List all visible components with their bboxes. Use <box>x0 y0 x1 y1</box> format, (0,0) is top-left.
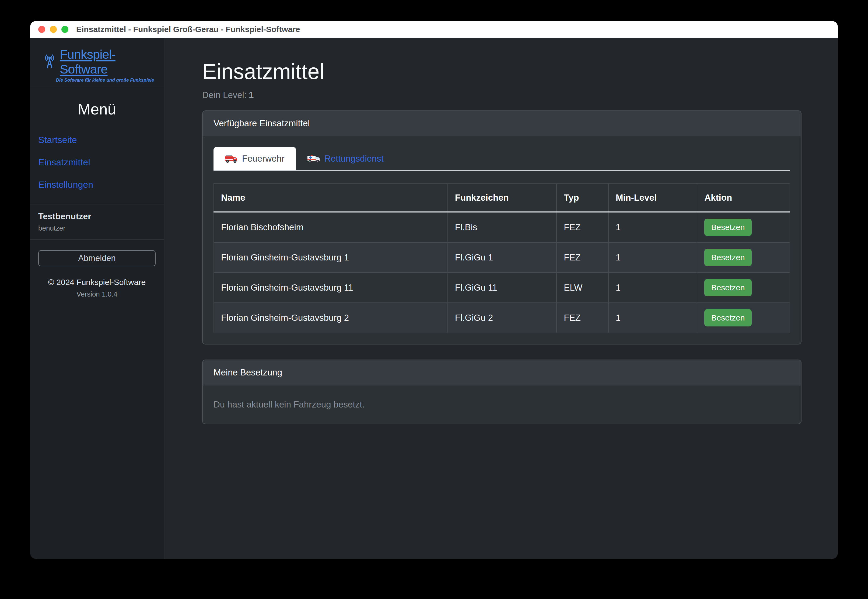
version: Version 1.0.4 <box>30 290 164 298</box>
page-title: Einsatzmittel <box>202 61 802 83</box>
logo-link[interactable]: Funkspiel-Software Die Software für klei… <box>42 47 154 83</box>
column-header-aktion: Aktion <box>697 184 790 212</box>
resources-table-wrap: Name Funkzeichen Typ Min-Level Aktion Fl… <box>213 184 790 333</box>
available-card: Verfügbare Einsatzmittel <box>202 110 802 345</box>
table-row: Florian Bischofsheim Fl.Bis FEZ 1 Besetz… <box>214 212 790 242</box>
level-line: Dein Level:1 <box>202 90 802 100</box>
besetzen-button[interactable]: Besetzen <box>704 279 751 296</box>
cell-funkzeichen: Fl.GiGu 1 <box>448 242 557 272</box>
cell-funkzeichen: Fl.GiGu 2 <box>448 303 557 333</box>
tab-feuerwehr-label: Feuerwehr <box>242 154 285 164</box>
ambulance-icon <box>307 154 320 164</box>
logo-block: Funkspiel-Software Die Software für klei… <box>30 38 164 88</box>
table-header-row: Name Funkzeichen Typ Min-Level Aktion <box>214 184 790 212</box>
available-card-header: Verfügbare Einsatzmittel <box>203 111 801 136</box>
logout-button[interactable]: Abmelden <box>38 250 156 266</box>
column-header-name: Name <box>214 184 448 212</box>
cell-min-level: 1 <box>608 272 697 303</box>
sidebar-item-einstellungen[interactable]: Einstellungen <box>30 173 164 196</box>
cell-aktion: Besetzen <box>697 272 790 303</box>
logo-tagline: Die Software für kleine und große Funksp… <box>42 78 154 83</box>
sidebar-item-einsatzmittel[interactable]: Einsatzmittel <box>30 151 164 173</box>
cell-min-level: 1 <box>608 242 697 272</box>
besetzen-button[interactable]: Besetzen <box>704 249 751 266</box>
column-header-min-level: Min-Level <box>608 184 697 212</box>
table-row: Florian Ginsheim-Gustavsburg 11 Fl.GiGu … <box>214 272 790 303</box>
main-content: Einsatzmittel Dein Level:1 Verfügbare Ei… <box>164 38 838 559</box>
available-card-body: Feuerwehr <box>203 136 801 344</box>
zoom-button[interactable] <box>62 26 68 33</box>
sidebar: Funkspiel-Software Die Software für klei… <box>30 38 164 559</box>
column-header-funkzeichen: Funkzeichen <box>448 184 557 212</box>
window-title: Einsatzmittel - Funkspiel Groß-Gerau - F… <box>76 25 300 34</box>
sidebar-menu: Startseite Einsatzmittel Einstellungen <box>30 118 164 204</box>
copyright: © 2024 Funkspiel-Software <box>30 278 164 287</box>
resources-table: Name Funkzeichen Typ Min-Level Aktion Fl… <box>213 184 790 333</box>
fire-truck-icon <box>225 154 238 164</box>
column-header-typ: Typ <box>557 184 608 212</box>
user-role: benutzer <box>38 224 156 232</box>
occupancy-empty-text: Du hast aktuell kein Fahrzeug besetzt. <box>213 399 790 410</box>
sidebar-item-startseite[interactable]: Startseite <box>30 129 164 151</box>
window-titlebar: Einsatzmittel - Funkspiel Groß-Gerau - F… <box>30 21 838 38</box>
logo-text: Funkspiel-Software <box>60 47 154 77</box>
cell-aktion: Besetzen <box>697 242 790 272</box>
cell-aktion: Besetzen <box>697 212 790 242</box>
minimize-button[interactable] <box>50 26 57 33</box>
tab-rettungsdienst-label: Rettungsdienst <box>324 154 384 164</box>
cell-typ: ELW <box>557 272 608 303</box>
cell-min-level: 1 <box>608 303 697 333</box>
occupancy-card-body: Du hast aktuell kein Fahrzeug besetzt. <box>203 385 801 424</box>
cell-aktion: Besetzen <box>697 303 790 333</box>
cell-name: Florian Ginsheim-Gustavsburg 2 <box>214 303 448 333</box>
user-block: Testbenutzer benutzer <box>30 204 164 240</box>
menu-title: Menü <box>30 100 164 118</box>
cell-name: Florian Ginsheim-Gustavsburg 1 <box>214 242 448 272</box>
level-label: Dein Level: <box>202 90 246 100</box>
vehicle-tabs: Feuerwehr <box>213 147 790 171</box>
app-frame: Funkspiel-Software Die Software für klei… <box>30 38 838 559</box>
tab-rettungsdienst[interactable]: Rettungsdienst <box>296 147 395 170</box>
occupancy-card-header: Meine Besetzung <box>203 360 801 385</box>
cell-typ: FEZ <box>557 242 608 272</box>
cell-typ: FEZ <box>557 303 608 333</box>
cell-typ: FEZ <box>557 212 608 242</box>
antenna-icon <box>42 53 57 70</box>
app-window: Einsatzmittel - Funkspiel Groß-Gerau - F… <box>30 21 838 559</box>
table-row: Florian Ginsheim-Gustavsburg 2 Fl.GiGu 2… <box>214 303 790 333</box>
user-name: Testbenutzer <box>38 211 156 221</box>
cell-min-level: 1 <box>608 212 697 242</box>
cell-name: Florian Bischofsheim <box>214 212 448 242</box>
tab-feuerwehr[interactable]: Feuerwehr <box>213 147 296 170</box>
besetzen-button[interactable]: Besetzen <box>704 309 751 327</box>
table-row: Florian Ginsheim-Gustavsburg 1 Fl.GiGu 1… <box>214 242 790 272</box>
occupancy-card: Meine Besetzung Du hast aktuell kein Fah… <box>202 360 802 424</box>
cell-name: Florian Ginsheim-Gustavsburg 11 <box>214 272 448 303</box>
cell-funkzeichen: Fl.GiGu 11 <box>448 272 557 303</box>
besetzen-button[interactable]: Besetzen <box>704 219 751 236</box>
cell-funkzeichen: Fl.Bis <box>448 212 557 242</box>
close-button[interactable] <box>38 26 45 33</box>
level-value: 1 <box>249 90 254 100</box>
